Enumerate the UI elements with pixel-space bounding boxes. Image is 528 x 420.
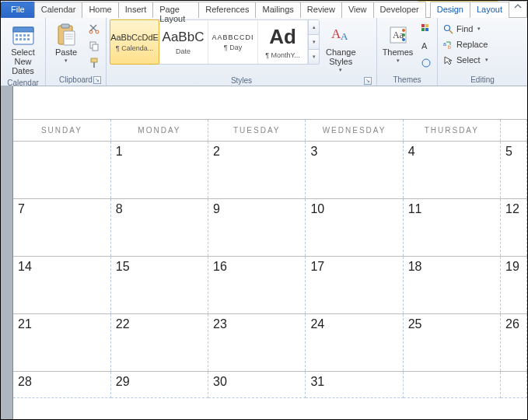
styles-gallery[interactable]: AaBbCcDdE ¶ Calenda... AaBbC Date AABBCC…: [110, 19, 320, 65]
theme-effects-button[interactable]: [418, 55, 434, 71]
replace-button[interactable]: ab Replace: [441, 37, 489, 52]
themes-icon: Aa: [386, 23, 410, 47]
tab-home[interactable]: Home: [82, 2, 118, 18]
calendar-cell[interactable]: [13, 142, 110, 199]
group-themes-label: Themes: [380, 75, 434, 86]
calendar-cell[interactable]: 16: [208, 257, 306, 314]
calendar-cell[interactable]: 15: [110, 257, 208, 314]
calendar-cell[interactable]: 12: [501, 199, 527, 257]
cut-button[interactable]: [86, 21, 102, 37]
style-monthyear[interactable]: Ad ¶ MonthY...: [258, 20, 308, 64]
calendar-week-row[interactable]: 212223242526: [13, 314, 527, 372]
calendar-cell[interactable]: 10: [306, 199, 403, 257]
copy-button[interactable]: [86, 38, 102, 54]
svg-rect-6: [16, 38, 18, 40]
tab-review[interactable]: Review: [300, 2, 342, 18]
calendar-page[interactable]: SUNDAY MONDAY TUESDAY WEDNESDAY THURSDAY…: [13, 86, 527, 419]
theme-colors-button[interactable]: [418, 21, 434, 37]
calendar-cell[interactable]: 8: [110, 199, 208, 257]
style-day[interactable]: AABBCCDI ¶ Day: [208, 20, 258, 64]
svg-point-27: [402, 33, 405, 37]
style-preview: Ad: [269, 25, 296, 49]
style-calendar[interactable]: AaBbCcDdE ¶ Calenda...: [110, 19, 159, 65]
svg-rect-20: [91, 58, 97, 62]
themes-label: Themes: [383, 47, 414, 57]
calendar-cell[interactable]: [403, 372, 500, 398]
svg-rect-31: [421, 28, 425, 31]
calendar-cell[interactable]: 19: [501, 257, 527, 314]
calendar-cell[interactable]: 21: [13, 314, 110, 372]
change-styles-button[interactable]: AA Change Styles ▾: [323, 19, 359, 75]
copy-icon: [89, 40, 100, 51]
find-button[interactable]: Find ▾: [441, 21, 482, 37]
group-editing-label: Editing: [441, 75, 524, 86]
ribbon: Select New Dates Calendar Paste ▾: [1, 18, 527, 86]
tab-mailings[interactable]: Mailings: [255, 2, 300, 18]
calendar-cell[interactable]: 4: [403, 142, 500, 199]
calendar-cell[interactable]: 23: [208, 314, 306, 372]
select-new-dates-button[interactable]: Select New Dates: [4, 19, 42, 78]
gallery-more-icon[interactable]: ▾: [309, 50, 319, 64]
calendar-week-row[interactable]: 789101112: [13, 199, 527, 257]
calendar-cell[interactable]: [501, 372, 527, 398]
gallery-down-icon[interactable]: ▾: [309, 35, 319, 50]
style-date[interactable]: AaBbC Date: [159, 20, 208, 64]
group-styles-label: Styles↘: [110, 75, 373, 86]
tab-calendar[interactable]: Calendar: [34, 2, 83, 18]
tab-layout[interactable]: Layout: [470, 2, 509, 18]
style-caption: Date: [176, 47, 191, 55]
clipboard-launcher[interactable]: ↘: [93, 76, 101, 84]
tab-page-layout[interactable]: Page Layout: [152, 2, 199, 18]
calendar-cell[interactable]: 25: [403, 314, 500, 372]
collapse-ribbon-icon[interactable]: [509, 1, 527, 17]
format-painter-button[interactable]: [86, 55, 102, 71]
tab-developer[interactable]: Developer: [373, 2, 426, 18]
calendar-cell[interactable]: 31: [306, 372, 403, 398]
vertical-ruler[interactable]: [1, 86, 13, 419]
calendar-cell[interactable]: 7: [13, 199, 110, 257]
calendar-cell[interactable]: 9: [208, 199, 306, 257]
select-button[interactable]: Select ▾: [441, 52, 490, 68]
paste-button[interactable]: Paste ▾: [49, 19, 83, 66]
svg-point-28: [402, 38, 405, 41]
theme-fonts-button[interactable]: A: [418, 38, 434, 54]
calendar-cell[interactable]: 22: [110, 314, 208, 372]
tab-references[interactable]: References: [198, 2, 256, 18]
calendar-icon: [12, 23, 35, 47]
calendar-week-row[interactable]: 141516171819: [13, 257, 527, 314]
svg-rect-8: [23, 38, 26, 40]
calendar-cell[interactable]: 3: [306, 142, 403, 199]
calendar-cell[interactable]: 30: [208, 372, 306, 398]
calendar-cell[interactable]: 5: [501, 142, 527, 199]
calendar-week-row[interactable]: 12345: [13, 142, 527, 199]
calendar-cell[interactable]: 1: [110, 142, 208, 199]
tab-insert[interactable]: Insert: [118, 2, 154, 18]
calendar-week-row[interactable]: 28293031: [13, 372, 527, 398]
calendar-cell[interactable]: 26: [501, 314, 527, 372]
svg-rect-21: [93, 62, 95, 68]
styles-launcher[interactable]: ↘: [364, 77, 372, 85]
find-dropdown-icon: ▾: [477, 26, 481, 32]
style-caption: ¶ Day: [224, 44, 242, 51]
calendar-cell[interactable]: 24: [306, 314, 403, 372]
calendar-cell[interactable]: 29: [110, 372, 208, 398]
calendar-cell[interactable]: 2: [208, 142, 306, 199]
calendar-cell[interactable]: 14: [13, 257, 110, 314]
change-styles-icon: AA: [329, 23, 352, 47]
calendar-cell[interactable]: 18: [403, 257, 500, 314]
themes-button[interactable]: Aa Themes ▾: [380, 19, 415, 66]
change-styles-label: Change Styles: [326, 47, 356, 66]
calendar-cell[interactable]: 17: [306, 257, 403, 314]
calendar-cell[interactable]: 28: [13, 372, 110, 398]
svg-rect-3: [19, 34, 22, 37]
tab-view[interactable]: View: [341, 2, 374, 18]
gallery-up-icon[interactable]: ▴: [309, 20, 319, 35]
fonts-icon: A: [421, 40, 432, 51]
styles-gallery-scroll[interactable]: ▴ ▾ ▾: [308, 20, 319, 64]
calendar-table[interactable]: SUNDAY MONDAY TUESDAY WEDNESDAY THURSDAY…: [13, 119, 527, 398]
header-cut: [501, 120, 527, 142]
tab-file[interactable]: File: [1, 2, 35, 18]
style-caption: ¶ MonthY...: [265, 51, 300, 59]
tab-design[interactable]: Design: [430, 2, 470, 18]
calendar-cell[interactable]: 11: [403, 199, 500, 257]
